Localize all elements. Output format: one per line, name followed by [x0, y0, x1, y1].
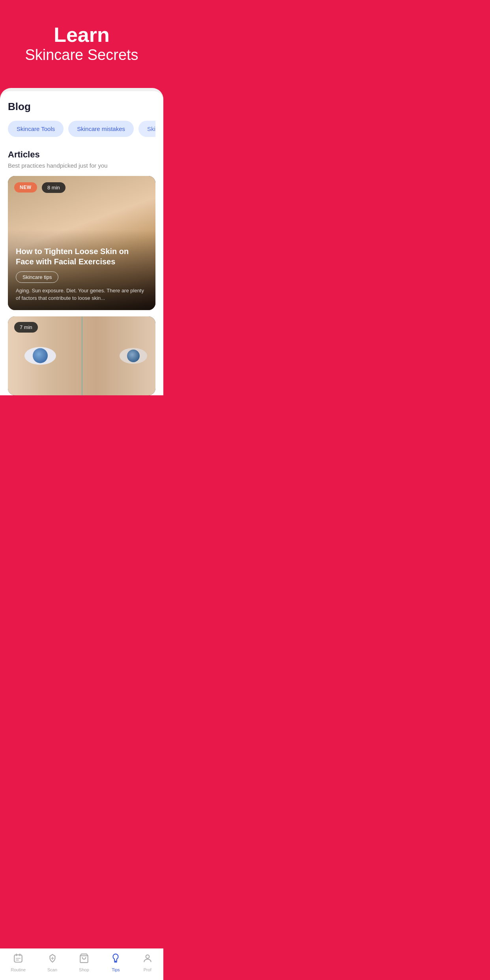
article-tag-btn-1[interactable]: Skincare tips	[16, 271, 58, 283]
blog-title: Blog	[8, 101, 155, 113]
card-container: Blog Skincare Tools Skincare mistakes Sk…	[0, 88, 163, 395]
header-title-bold: Learn	[8, 24, 155, 46]
chip-skin-partial[interactable]: Skin...	[138, 121, 155, 137]
chip-skincare-mistakes[interactable]: Skincare mistakes	[68, 121, 134, 137]
badge-new: NEW	[14, 182, 37, 193]
divider-line	[82, 316, 82, 395]
left-eye	[24, 347, 56, 365]
article-card-2[interactable]: 7 min	[8, 316, 155, 395]
header-title-subtitle: Skincare Secrets	[8, 46, 155, 64]
articles-subtitle: Best practices handpicked just for you	[8, 162, 155, 169]
badge-time-1: 8 min	[42, 182, 65, 193]
article-desc-1: Aging. Sun exposure. Diet. Your genes. T…	[16, 287, 148, 302]
header-section: Learn Skincare Secrets	[0, 0, 163, 80]
article-content-1: How to Tighten Loose Skin on Face with F…	[8, 238, 155, 310]
chip-skincare-tools[interactable]: Skincare Tools	[8, 121, 64, 137]
articles-section: Articles Best practices handpicked just …	[8, 150, 155, 395]
filter-chips-row: Skincare Tools Skincare mistakes Skin...	[8, 121, 155, 138]
article-card-1[interactable]: NEW 8 min How to Tighten Loose Skin on F…	[8, 176, 155, 310]
badge-time-2: 7 min	[14, 322, 38, 333]
right-eye	[120, 348, 147, 364]
card-inner: Blog Skincare Tools Skincare mistakes Sk…	[0, 91, 163, 395]
article-heading-1: How to Tighten Loose Skin on Face with F…	[16, 246, 148, 267]
articles-title: Articles	[8, 150, 155, 160]
